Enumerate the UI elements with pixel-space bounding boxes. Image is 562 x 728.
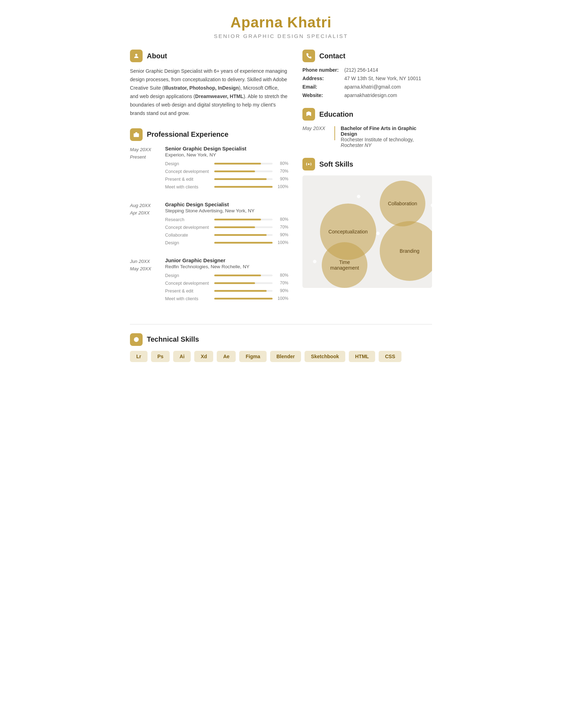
bubble-branding: Branding bbox=[380, 221, 432, 281]
skill-row: Concept development 70% bbox=[165, 169, 288, 174]
candidate-title: Senior Graphic Design Specialist bbox=[130, 33, 432, 39]
soft-skills-title: Soft Skills bbox=[319, 160, 353, 168]
exp-company-3: Redfin Technologies, New Rochelle, NY bbox=[165, 264, 288, 269]
dot-1 bbox=[357, 195, 360, 198]
exp-details-1: Senior Graphic Design Specialist Experio… bbox=[165, 146, 288, 192]
soft-skills-section: Soft Skills Conceptualization Collaborat… bbox=[302, 158, 432, 288]
contact-address-value: 47 W 13th St, New York, NY 10011 bbox=[344, 76, 432, 81]
education-header: Education bbox=[302, 108, 432, 121]
exp-entry-2: Aug 20XX Apr 20XX Graphic Design Special… bbox=[130, 202, 288, 248]
bubble-collaboration: Collaboration bbox=[380, 181, 425, 226]
contact-title: Contact bbox=[319, 52, 345, 60]
tech-skills-header: Technical Skills bbox=[130, 333, 432, 346]
exp-company-1: Experion, New York, NY bbox=[165, 152, 288, 157]
edu-date: May 20XX bbox=[302, 125, 329, 131]
tech-skills-icon bbox=[130, 333, 143, 346]
tech-tag-lr: Lr bbox=[130, 351, 148, 362]
skill-row: Meet with clients 100% bbox=[165, 296, 288, 301]
contact-phone-value: (212) 256-1414 bbox=[344, 67, 432, 73]
tech-tag-ai: Ai bbox=[173, 351, 191, 362]
exp-title-1: Senior Graphic Design Specialist bbox=[165, 146, 288, 152]
contact-email-label: Email: bbox=[302, 84, 339, 90]
about-header: About bbox=[130, 50, 288, 62]
about-section: About Senior Graphic Design Specialist w… bbox=[130, 50, 288, 118]
contact-email-value: aparna.khatri@gmail.com bbox=[344, 84, 432, 90]
bubble-time-management: Timemanagement bbox=[322, 242, 367, 288]
exp-dates-3: Jun 20XX May 20XX bbox=[130, 258, 158, 304]
skill-row: Concept development 70% bbox=[165, 281, 288, 286]
about-title: About bbox=[147, 52, 167, 60]
svg-rect-1 bbox=[134, 133, 139, 137]
skill-row: Concept development 70% bbox=[165, 225, 288, 230]
skill-row: Present & edit 90% bbox=[165, 288, 288, 294]
main-content: About Senior Graphic Design Specialist w… bbox=[130, 50, 432, 314]
skill-row: Design 80% bbox=[165, 273, 288, 278]
dot-4 bbox=[431, 204, 432, 207]
exp-entry-1: May 20XX Present Senior Graphic Design S… bbox=[130, 146, 288, 192]
contact-address-label: Address: bbox=[302, 76, 339, 81]
tech-tag-xd: Xd bbox=[194, 351, 213, 362]
tech-tag-ae: Ae bbox=[217, 351, 236, 362]
exp-title-2: Graphic Design Specialist bbox=[165, 202, 288, 207]
experience-title: Professional Experience bbox=[147, 130, 228, 138]
tech-tag-blender: Blender bbox=[270, 351, 301, 362]
skill-row: Design 100% bbox=[165, 240, 288, 245]
skill-row: Design 80% bbox=[165, 161, 288, 166]
education-icon bbox=[302, 108, 315, 121]
svg-point-5 bbox=[136, 339, 137, 340]
about-icon bbox=[130, 50, 143, 62]
edu-detail: Bachelor of Fine Arts in Graphic Design … bbox=[341, 125, 432, 148]
tech-tag-sketchbook: Sketchbook bbox=[305, 351, 345, 362]
dot-2 bbox=[376, 232, 380, 235]
tech-tags-container: Lr Ps Ai Xd Ae Figma Blender Sketchbook … bbox=[130, 351, 432, 362]
tech-tag-css: CSS bbox=[379, 351, 401, 362]
candidate-name: Aparna Khatri bbox=[130, 14, 432, 31]
skill-row: Collaborate 90% bbox=[165, 232, 288, 238]
resume-header: Aparna Khatri Senior Graphic Design Spec… bbox=[130, 14, 432, 39]
education-section: Education May 20XX Bachelor of Fine Arts… bbox=[302, 108, 432, 148]
technical-skills-section: Technical Skills Lr Ps Ai Xd Ae Figma Bl… bbox=[130, 324, 432, 362]
edu-entry: May 20XX Bachelor of Fine Arts in Graphi… bbox=[302, 125, 432, 148]
tech-tag-figma: Figma bbox=[239, 351, 266, 362]
contact-icon bbox=[302, 50, 315, 62]
exp-dates-1: May 20XX Present bbox=[130, 146, 158, 192]
experience-header: Professional Experience bbox=[130, 128, 288, 141]
tech-tag-html: HTML bbox=[349, 351, 375, 362]
left-column: About Senior Graphic Design Specialist w… bbox=[130, 50, 288, 314]
svg-point-0 bbox=[135, 54, 137, 56]
contact-section: Contact Phone number: (212) 256-1414 Add… bbox=[302, 50, 432, 98]
tech-tag-ps: Ps bbox=[151, 351, 170, 362]
contact-website-value: aparnakhatridesign.com bbox=[344, 92, 432, 98]
experience-section: Professional Experience May 20XX Present… bbox=[130, 128, 288, 304]
contact-grid: Phone number: (212) 256-1414 Address: 47… bbox=[302, 67, 432, 98]
skill-row: Research 80% bbox=[165, 217, 288, 222]
edu-school: Rochester Institute of technology, Roche… bbox=[341, 137, 432, 148]
skill-row: Meet with clients 100% bbox=[165, 184, 288, 189]
exp-details-2: Graphic Design Specialist Stepping Stone… bbox=[165, 202, 288, 248]
exp-title-3: Junior Graphic Designer bbox=[165, 258, 288, 263]
about-text: Senior Graphic Design Specialist with 6+… bbox=[130, 67, 288, 118]
contact-website-label: Website: bbox=[302, 92, 339, 98]
svg-point-3 bbox=[308, 163, 310, 165]
skill-row: Present & edit 90% bbox=[165, 176, 288, 182]
edu-degree: Bachelor of Fine Arts in Graphic Design bbox=[341, 125, 432, 137]
exp-dates-2: Aug 20XX Apr 20XX bbox=[130, 202, 158, 248]
exp-company-2: Stepping Stone Advertising, New York, NY bbox=[165, 208, 288, 213]
contact-header: Contact bbox=[302, 50, 432, 62]
bubble-chart: Conceptualization Collaboration Branding… bbox=[302, 175, 432, 288]
edu-divider bbox=[334, 126, 335, 140]
contact-phone-label: Phone number: bbox=[302, 67, 339, 73]
soft-skills-header: Soft Skills bbox=[302, 158, 432, 170]
education-title: Education bbox=[319, 110, 353, 118]
dot-3 bbox=[313, 260, 316, 263]
right-column: Contact Phone number: (212) 256-1414 Add… bbox=[302, 50, 432, 314]
tech-skills-title: Technical Skills bbox=[147, 335, 199, 343]
exp-entry-3: Jun 20XX May 20XX Junior Graphic Designe… bbox=[130, 258, 288, 304]
experience-icon bbox=[130, 128, 143, 141]
soft-skills-icon bbox=[302, 158, 315, 170]
exp-details-3: Junior Graphic Designer Redfin Technolog… bbox=[165, 258, 288, 304]
